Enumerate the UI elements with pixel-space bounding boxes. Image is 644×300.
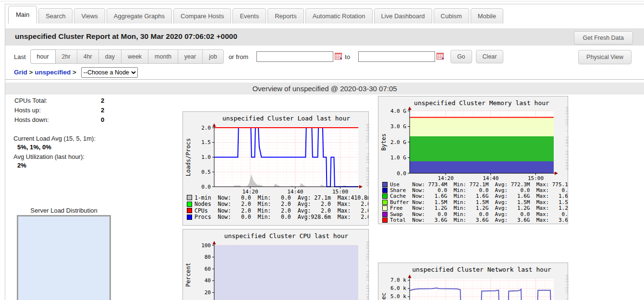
svg-text:40: 40 <box>205 277 211 284</box>
legend-swatch-icon <box>187 195 192 200</box>
graph-unspecified-cluster-cpu-last-hour[interactable]: 2040608010014:2014:4015:00unspecified Cl… <box>182 229 369 300</box>
svg-text:2.0 G: 2.0 G <box>390 139 406 145</box>
breadcrumb-separator: > <box>73 69 78 76</box>
load-avg-label: Current Load Avg (15, 5, 1m): <box>13 135 96 142</box>
stat-value: 0 <box>101 116 104 123</box>
breadcrumb-grid-link[interactable]: Grid <box>14 69 27 76</box>
svg-text:1.5: 1.5 <box>201 139 211 145</box>
legend-text: Swap Now: 0.0 Min: 0.0 Avg: 0.0 Max: 0.0 <box>390 211 568 217</box>
svg-text:14:40: 14:40 <box>483 175 498 181</box>
legend-swatch-icon <box>382 212 388 217</box>
calendar-icon[interactable] <box>335 53 342 61</box>
choose-node-select[interactable]: --Choose a Node <box>81 67 138 78</box>
svg-text:Bytes: Bytes <box>380 133 387 151</box>
stat-label: CPUs Total: <box>14 97 47 104</box>
graph-unspecified-cluster-memory-last-hour[interactable]: 0.01.0 G2.0 G3.0 G4.0 G14:2014:4015:00un… <box>378 96 568 224</box>
range-button-week[interactable]: week <box>121 49 148 64</box>
svg-text:2.0: 2.0 <box>201 125 211 131</box>
legend-row-total: Total Now: 3.6G Min: 3.6G Avg: 3.6G Max:… <box>382 217 568 223</box>
tab-live-dashboard[interactable]: Live Dashboard <box>374 8 432 24</box>
legend-text: CPUs Now: 2.0 Min: 2.0 Avg: 2.0 Max: 2.0 <box>194 207 368 214</box>
go-button[interactable]: Go <box>450 50 472 63</box>
window-top-divider <box>0 1 644 1</box>
svg-text:1.0 G: 1.0 G <box>390 155 406 161</box>
range-button-job[interactable]: job <box>202 49 224 64</box>
svg-text:RRDTOOL / TOBI OETIKER: RRDTOOL / TOBI OETIKER <box>365 124 369 187</box>
legend-row-share: Share Now: 0.0 Min: 0.0 Avg: 0.0 Max: 0.… <box>382 187 568 193</box>
main-tab-bar: MainSearchViewsAggregate GraphsCompare H… <box>8 6 505 24</box>
svg-text:unspecified Cluster CPU last h: unspecified Cluster CPU last hour <box>224 232 348 240</box>
svg-text:80: 80 <box>205 254 211 260</box>
legend-row-procs: Procs Now: 0.0 Min: 0.0 Avg:928.6m Max: … <box>187 214 368 221</box>
svg-text:20: 20 <box>205 289 211 296</box>
svg-text:Bytes/sec: Bytes/sec <box>380 292 387 300</box>
legend-text: Use Now: 773.4M Min: 772.1M Avg: 772.3M … <box>390 181 568 188</box>
graph-legend: Use Now: 773.4M Min: 772.1M Avg: 772.3M … <box>382 181 568 223</box>
stat-label: Hosts down: <box>14 116 49 123</box>
svg-text:1.0: 1.0 <box>201 154 211 160</box>
tab-aggregate-graphs[interactable]: Aggregate Graphs <box>107 8 172 24</box>
physical-view-button[interactable]: Physical View <box>578 50 632 64</box>
tab-automatic-rotation[interactable]: Automatic Rotation <box>305 8 373 24</box>
load-avg-value: 5%, 1%, 0% <box>17 144 51 151</box>
svg-text:14:20: 14:20 <box>437 175 453 181</box>
svg-text:unspecified Cluster Memory las: unspecified Cluster Memory last hour <box>414 99 549 107</box>
tab-compare-hosts[interactable]: Compare Hosts <box>173 8 231 24</box>
legend-swatch-icon <box>382 205 388 211</box>
breadcrumb: Grid > unspecified > --Choose a Node <box>14 67 138 78</box>
overview-band: Overview of unspecified @ 2020-03-30 07:… <box>5 83 644 95</box>
stat-label: Hosts up: <box>14 107 41 114</box>
range-button-year[interactable]: year <box>178 49 203 64</box>
legend-swatch-icon <box>382 200 388 205</box>
legend-swatch-icon <box>382 193 388 199</box>
range-button-hour[interactable]: hour <box>30 49 56 64</box>
range-button-2hr[interactable]: 2hr <box>55 49 77 64</box>
svg-text:Percent: Percent <box>185 263 192 287</box>
calendar-icon[interactable] <box>437 53 444 61</box>
server-load-distribution-title: Server Load Distribution <box>17 207 111 214</box>
svg-text:15:00: 15:00 <box>528 175 544 181</box>
legend-text: 1-min Now: 0.0 Min: 0.0 Avg: 27.1m Max:4… <box>194 194 368 201</box>
range-button-month[interactable]: month <box>148 49 178 64</box>
svg-text:RRDTOOL / TOBI OETIKER: RRDTOOL / TOBI OETIKER <box>565 275 569 300</box>
graph-unspecified-cluster-load-last-hour[interactable]: 0.00.51.01.52.014:2014:4015:00unspecifie… <box>182 111 369 226</box>
section-divider <box>5 79 644 80</box>
clear-button[interactable]: Clear <box>476 50 504 63</box>
legend-row-cpus: CPUs Now: 2.0 Min: 2.0 Avg: 2.0 Max: 2.0 <box>187 207 368 214</box>
svg-text:Loads/Procs: Loads/Procs <box>185 138 192 176</box>
get-fresh-data-button[interactable]: Get Fresh Data <box>574 31 633 45</box>
graph-unspecified-cluster-network-last-hour[interactable]: 5.0 k6.0 k7.0 k14:2014:4015:00unspecifie… <box>378 263 568 300</box>
tab-search[interactable]: Search <box>38 8 73 24</box>
util-value: 2% <box>17 162 26 169</box>
svg-text:0.5: 0.5 <box>201 169 211 175</box>
legend-text: Share Now: 0.0 Min: 0.0 Avg: 0.0 Max: 0.… <box>390 187 568 193</box>
to-label: to <box>345 53 350 60</box>
range-button-4hr[interactable]: 4hr <box>77 49 99 64</box>
svg-text:6.0 k: 6.0 k <box>390 285 406 291</box>
legend-swatch-icon <box>382 182 388 187</box>
legend-text: Total Now: 3.6G Min: 3.6G Avg: 3.6G Max:… <box>390 217 568 223</box>
legend-row-cache: Cache Now: 1.6G Min: 1.6G Avg: 1.6G Max:… <box>382 193 568 199</box>
legend-text: Nodes Now: 2.0 Min: 2.0 Avg: 2.0 Max: 2.… <box>194 201 368 207</box>
tab-events[interactable]: Events <box>232 8 266 24</box>
range-button-group: hour2hr4hrdayweekmonthyearjob <box>30 49 224 64</box>
tab-reports[interactable]: Reports <box>267 8 304 24</box>
from-date-input[interactable] <box>256 51 333 62</box>
svg-text:60: 60 <box>205 266 211 272</box>
tab-mobile[interactable]: Mobile <box>471 8 503 24</box>
tab-main[interactable]: Main <box>8 6 37 24</box>
svg-text:0.0: 0.0 <box>201 184 211 190</box>
legend-row-free: Free Now: 1.2G Min: 1.2G Avg: 1.2G Max: … <box>382 205 568 211</box>
legend-row-swap: Swap Now: 0.0 Min: 0.0 Avg: 0.0 Max: 0.0 <box>382 211 568 217</box>
tab-views[interactable]: Views <box>74 8 105 24</box>
legend-swatch-icon <box>187 215 192 220</box>
breadcrumb-cluster-link[interactable]: unspecified <box>35 69 71 76</box>
stat-value: 2 <box>101 97 104 104</box>
ganglia-page: MainSearchViewsAggregate GraphsCompare H… <box>0 0 644 300</box>
stat-value: 2 <box>101 107 104 114</box>
legend-text: Free Now: 1.2G Min: 1.2G Avg: 1.2G Max: … <box>390 205 568 211</box>
range-button-day[interactable]: day <box>98 49 122 64</box>
tab-cubism[interactable]: Cubism <box>434 8 469 24</box>
to-date-input[interactable] <box>358 51 435 62</box>
svg-text:RRDTOOL / TOBI OETIKER: RRDTOOL / TOBI OETIKER <box>565 107 569 170</box>
